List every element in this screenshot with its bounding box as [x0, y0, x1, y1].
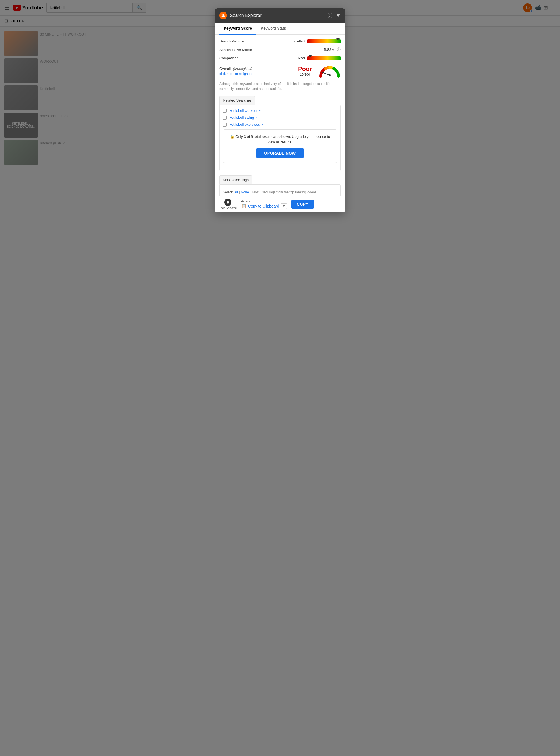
modal-overlay [0, 0, 140, 189]
